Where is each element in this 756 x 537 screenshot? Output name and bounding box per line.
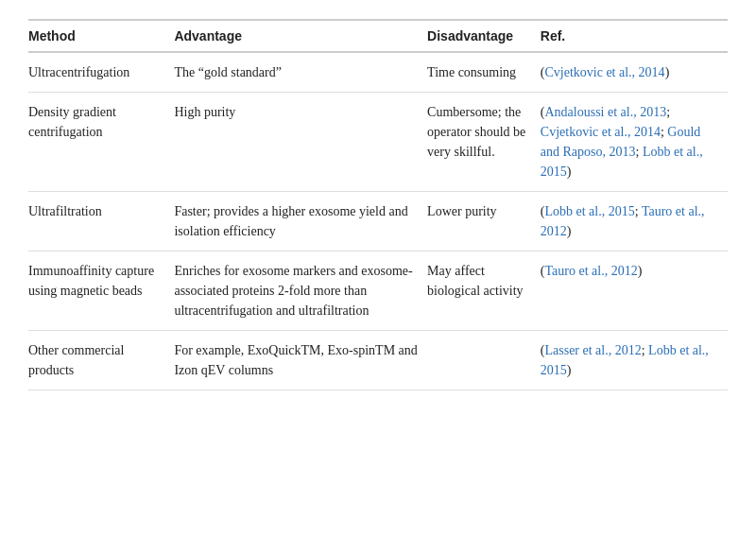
cell-method: Immunoaffinity capture using magnetic be… [28, 251, 174, 331]
ref-link[interactable]: Lasser et al., 2012 [544, 343, 641, 357]
table-row: Density gradient centrifugationHigh puri… [28, 93, 728, 192]
header-ref: Ref. [541, 20, 728, 52]
ref-separator: ; [636, 145, 643, 159]
ref-link[interactable]: Cvjetkovic et al., 2014 [541, 125, 661, 139]
table-header-row: Method Advantage Disadvantage Ref. [28, 20, 728, 52]
cell-disadvantage: May affect biological activity [427, 251, 541, 331]
cell-refs: (Cvjetkovic et al., 2014) [541, 52, 728, 93]
ref-link[interactable]: Andaloussi et al., 2013 [544, 105, 666, 119]
table-row: Immunoaffinity capture using magnetic be… [28, 251, 728, 331]
cell-advantage: Enriches for exosome markers and exosome… [174, 251, 427, 331]
cell-refs: (Lasser et al., 2012; Lobb et al., 2015) [541, 331, 728, 390]
cell-method: Ultracentrifugation [28, 52, 174, 93]
table-row: UltracentrifugationThe “gold standard”Ti… [28, 52, 728, 93]
table-row: UltrafiltrationFaster; provides a higher… [28, 192, 728, 251]
cell-method: Density gradient centrifugation [28, 93, 174, 192]
cell-advantage: The “gold standard” [174, 52, 427, 93]
cell-method: Other commercial products [28, 331, 174, 390]
cell-advantage: High purity [174, 93, 427, 192]
cell-refs: (Andaloussi et al., 2013; Cvjetkovic et … [541, 93, 728, 192]
header-method: Method [28, 20, 174, 52]
header-disadvantage: Disadvantage [427, 20, 541, 52]
ref-link[interactable]: Cvjetkovic et al., 2014 [544, 65, 664, 79]
cell-disadvantage: Cumbersome; the operator should be very … [427, 93, 541, 192]
cell-disadvantage: Lower purity [427, 192, 541, 251]
ref-separator: ; [642, 343, 648, 357]
ref-separator: ; [666, 105, 670, 119]
cell-advantage: Faster; provides a higher exosome yield … [174, 192, 427, 251]
header-advantage: Advantage [174, 20, 427, 52]
cell-refs: (Tauro et al., 2012) [541, 251, 728, 331]
cell-refs: (Lobb et al., 2015; Tauro et al., 2012) [541, 192, 728, 251]
ref-link[interactable]: Tauro et al., 2012 [544, 264, 637, 278]
cell-disadvantage: Time consuming [427, 52, 541, 93]
cell-method: Ultrafiltration [28, 192, 174, 251]
ref-separator: ; [635, 204, 642, 218]
comparison-table: Method Advantage Disadvantage Ref. Ultra… [28, 19, 728, 390]
ref-link[interactable]: Lobb et al., 2015 [544, 204, 634, 218]
cell-advantage: For example, ExoQuickTM, Exo-spinTM and … [174, 331, 427, 390]
cell-disadvantage [427, 331, 541, 390]
table-row: Other commercial productsFor example, Ex… [28, 331, 728, 390]
